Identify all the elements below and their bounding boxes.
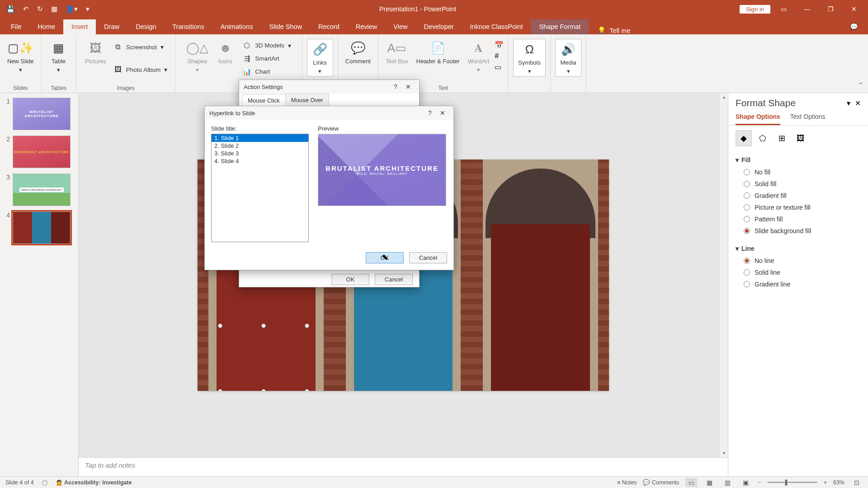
3d-models-button[interactable]: ⬡ 3D Models ▾	[241, 40, 293, 51]
tab-record[interactable]: Record	[310, 19, 348, 34]
tell-me-search[interactable]: 💡 Tell me	[598, 27, 630, 34]
notes-toggle[interactable]: ≡ Notes	[617, 479, 637, 486]
object-icon[interactable]: ▭	[495, 63, 504, 71]
tab-design[interactable]: Design	[127, 19, 164, 34]
hyperlink-to-slide-dialog[interactable]: Hyperlink to Slide ? ✕ Slide title: 1. S…	[204, 106, 454, 270]
help-icon[interactable]: ?	[389, 83, 402, 90]
tab-classpoint[interactable]: Inknoe ClassPoint	[462, 19, 531, 34]
maximize-icon[interactable]: ❐	[820, 0, 841, 18]
sorter-view-icon[interactable]: ▦	[703, 478, 715, 487]
thumb-3[interactable]: What is Minimalistic Architecture?✶	[13, 174, 71, 206]
list-item[interactable]: 4. Slide 4	[212, 157, 308, 165]
radio-gradient-fill[interactable]: Gradient fill	[736, 190, 861, 202]
thumb-row-2[interactable]: 2 MODERNIST ARCHITECTURE✶	[4, 136, 75, 168]
media-button[interactable]: 🔊 Media ▾	[555, 39, 581, 77]
thumb-row-3[interactable]: 3 What is Minimalistic Architecture?✶	[4, 174, 75, 206]
line-section-header[interactable]: ▾Line	[736, 242, 861, 255]
close-icon[interactable]: ✕	[402, 83, 415, 90]
zoom-in-icon[interactable]: +	[824, 479, 827, 486]
zoom-level[interactable]: 63%	[833, 479, 844, 486]
comments-toggle[interactable]: 💬 Comments	[643, 479, 679, 486]
tab-draw[interactable]: Draw	[96, 19, 127, 34]
save-icon[interactable]: 💾	[6, 5, 15, 13]
thumb-4[interactable]	[13, 211, 71, 244]
radio-solid-line[interactable]: Solid line	[736, 267, 861, 278]
table-button[interactable]: ▦ Table ▾	[46, 39, 71, 74]
thumb-row-4[interactable]: 4	[4, 211, 75, 244]
fit-to-window-icon[interactable]: ⊡	[851, 478, 863, 487]
scroll-up-icon[interactable]: ▴	[720, 93, 728, 101]
redo-icon[interactable]: ↻	[37, 5, 43, 13]
effects-icon[interactable]: ⬠	[755, 130, 771, 146]
radio-no-line[interactable]: No line	[736, 255, 861, 267]
pane-menu-icon[interactable]: ▾	[842, 99, 855, 108]
radio-solid-fill[interactable]: Solid fill	[736, 178, 861, 190]
list-item[interactable]: 3. Slide 3	[212, 150, 308, 157]
notes-pane[interactable]: Tap to add notes	[79, 457, 728, 476]
tab-text-options[interactable]: Text Options	[790, 113, 826, 125]
qat-customize-icon[interactable]: ▾	[86, 5, 90, 13]
symbols-button[interactable]: Ω Symbols ▾	[513, 39, 546, 77]
tab-developer[interactable]: Developer	[415, 19, 462, 34]
list-item[interactable]: 2. Slide 2	[212, 142, 308, 150]
minimize-icon[interactable]: —	[797, 0, 817, 18]
hyperlink-ok-button[interactable]: OK	[366, 252, 404, 263]
list-item[interactable]: 1. Slide 1	[212, 134, 308, 142]
tab-shape-format[interactable]: Shape Format	[531, 19, 589, 34]
tab-home[interactable]: Home	[29, 19, 63, 34]
hyperlink-cancel-button[interactable]: Cancel	[409, 252, 447, 263]
tab-transitions[interactable]: Transitions	[164, 19, 212, 34]
scroll-down-icon[interactable]: ▾	[720, 449, 728, 457]
tab-mouse-click[interactable]: Mouse Click	[242, 94, 286, 107]
radio-slide-bg-fill[interactable]: Slide background fill	[736, 225, 861, 237]
radio-pattern-fill[interactable]: Pattern fill	[736, 213, 861, 225]
smartart-button[interactable]: ⇶ SmartArt	[241, 53, 293, 64]
chart-button[interactable]: 📊 Chart	[241, 66, 293, 77]
fill-section-header[interactable]: ▾Fill	[736, 154, 861, 166]
help-icon[interactable]: ?	[424, 109, 436, 117]
tab-animations[interactable]: Animations	[212, 19, 261, 34]
tab-shape-options[interactable]: Shape Options	[736, 113, 780, 125]
radio-no-fill[interactable]: No fill	[736, 166, 861, 178]
collapse-ribbon-icon[interactable]: ⌃	[858, 81, 863, 89]
tab-slideshow[interactable]: Slide Show	[261, 19, 310, 34]
slide-list[interactable]: 1. Slide 1 2. Slide 2 3. Slide 3 4. Slid…	[211, 134, 309, 242]
date-time-icon[interactable]: 📅	[495, 41, 504, 49]
new-slide-button[interactable]: ▢✨ New Slide ▾	[5, 39, 37, 74]
accessibility-status[interactable]: 🙍 Accessibility: Investigate	[56, 479, 132, 486]
action-dialog-titlebar[interactable]: Action Settings ? ✕	[239, 80, 419, 94]
tab-insert[interactable]: Insert	[63, 19, 96, 34]
undo-icon[interactable]: ↶	[23, 5, 29, 13]
hyperlink-dialog-titlebar[interactable]: Hyperlink to Slide ? ✕	[205, 106, 453, 120]
tab-file[interactable]: File	[3, 19, 29, 34]
present-icon[interactable]: ▦	[51, 5, 57, 13]
ribbon-display-icon[interactable]: ▭	[773, 0, 794, 18]
tab-view[interactable]: View	[385, 19, 415, 34]
close-icon[interactable]: ✕	[844, 0, 864, 18]
normal-view-icon[interactable]: ▭	[685, 478, 697, 487]
radio-picture-fill[interactable]: Picture or texture fill	[736, 202, 861, 213]
radio-gradient-line[interactable]: Gradient line	[736, 278, 861, 290]
slideshow-view-icon[interactable]: ▣	[740, 478, 751, 487]
action-cancel-button[interactable]: Cancel	[375, 274, 413, 285]
touch-mode-icon[interactable]: 👤▾	[66, 5, 78, 13]
zoom-slider[interactable]	[768, 482, 817, 483]
tab-review[interactable]: Review	[348, 19, 386, 34]
comment-button[interactable]: 💬 Comment	[343, 39, 373, 66]
sign-in-button[interactable]: Sign in	[740, 5, 770, 14]
thumb-2[interactable]: MODERNIST ARCHITECTURE✶	[13, 136, 71, 168]
tab-mouse-over[interactable]: Mouse Over	[285, 94, 329, 106]
size-props-icon[interactable]: ⊞	[774, 130, 790, 146]
zoom-out-icon[interactable]: −	[758, 479, 761, 486]
pane-close-icon[interactable]: ✕	[855, 99, 861, 108]
fill-line-icon[interactable]: ◆	[736, 130, 752, 146]
action-ok-button[interactable]: OK	[331, 274, 369, 285]
close-icon[interactable]: ✕	[436, 109, 449, 117]
display-settings-icon[interactable]: ▢	[42, 479, 47, 486]
photo-album-button[interactable]: 🖼 Photo Album ▾	[112, 64, 170, 75]
reading-view-icon[interactable]: ▥	[722, 478, 733, 487]
vertical-scrollbar[interactable]: ▴ ▾	[720, 93, 728, 457]
slide-number-icon[interactable]: #	[495, 52, 504, 60]
thumb-1[interactable]: BRUTALIST ARCHITECTURE	[13, 98, 71, 130]
picture-icon[interactable]: 🖼	[793, 130, 809, 146]
